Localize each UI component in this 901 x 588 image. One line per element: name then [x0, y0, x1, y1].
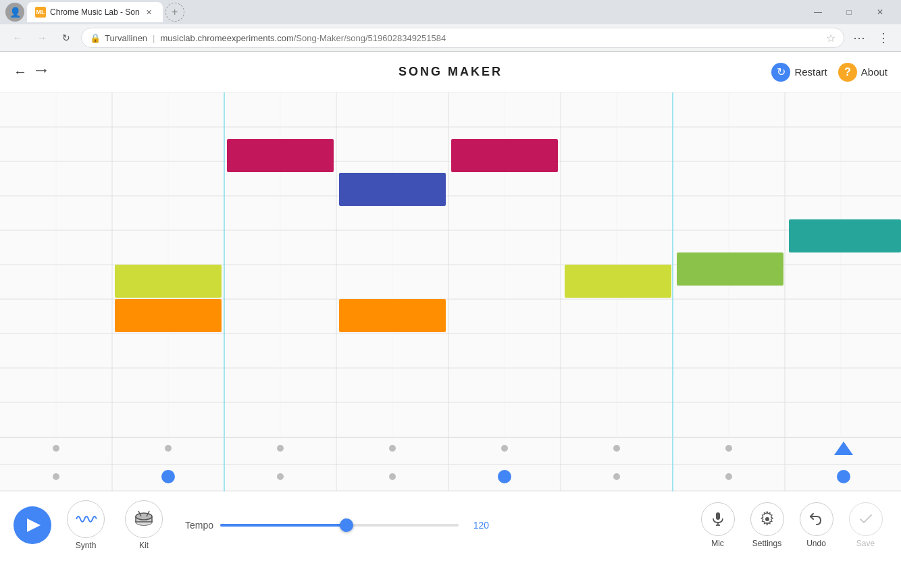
kit-icon-wrap — [125, 500, 163, 538]
save-icon — [858, 511, 874, 527]
save-label: Save — [856, 539, 875, 548]
svg-point-70 — [765, 517, 769, 521]
tempo-label: Tempo — [185, 520, 213, 531]
synth-wave-icon — [75, 508, 97, 530]
svg-point-46 — [165, 445, 172, 452]
back-nav-button[interactable]: ← — [8, 28, 27, 47]
move-button[interactable]: ⭢ — [35, 65, 47, 79]
synth-button[interactable]: Synth — [62, 500, 109, 550]
svg-point-64 — [136, 513, 152, 520]
synth-icon-wrap — [67, 500, 105, 538]
svg-rect-33 — [339, 299, 446, 332]
about-button[interactable]: ? About — [838, 63, 887, 82]
browser-chrome: 👤 ML Chrome Music Lab - Son ✕ + — □ ✕ ← … — [0, 0, 901, 52]
mic-label: Mic — [711, 539, 724, 548]
synth-label: Synth — [76, 541, 97, 550]
svg-point-59 — [725, 473, 732, 480]
svg-point-49 — [501, 445, 508, 452]
title-bar: 👤 ML Chrome Music Lab - Son ✕ + — □ ✕ — [0, 0, 901, 24]
about-label: About — [861, 66, 887, 78]
save-icon-wrap — [849, 502, 883, 536]
settings-icon — [759, 511, 775, 527]
svg-point-51 — [725, 445, 732, 452]
browser-tab[interactable]: ML Chrome Music Lab - Son ✕ — [27, 2, 163, 22]
tab-close-button[interactable]: ✕ — [144, 7, 155, 18]
mic-icon — [710, 511, 726, 527]
svg-rect-27 — [339, 173, 446, 206]
undo-icon — [808, 511, 825, 527]
refresh-nav-button[interactable]: ↻ — [57, 28, 76, 47]
percussion-area[interactable] — [0, 437, 901, 491]
url-text: musiclab.chromeexperiments.com/Song-Make… — [161, 33, 446, 43]
svg-rect-25 — [227, 139, 334, 172]
svg-rect-31 — [565, 265, 671, 298]
settings-icon-wrap — [750, 502, 784, 536]
svg-point-54 — [161, 470, 175, 483]
tempo-fill — [220, 524, 346, 527]
svg-rect-26 — [451, 139, 558, 172]
undo-icon-wrap — [800, 502, 833, 536]
new-tab-button[interactable]: + — [165, 3, 184, 22]
play-icon — [27, 518, 41, 532]
settings-button[interactable]: Settings — [745, 502, 789, 548]
header-left: ← ⭢ — [14, 64, 47, 80]
kit-icon — [133, 508, 155, 530]
song-grid-container[interactable] — [0, 92, 901, 437]
tempo-thumb[interactable] — [340, 518, 353, 532]
song-grid-svg — [0, 92, 901, 437]
tab-title: Chrome Music Lab - Son — [50, 7, 140, 17]
close-button[interactable]: ✕ — [865, 0, 896, 24]
svg-point-45 — [53, 445, 59, 452]
mic-button[interactable]: Mic — [696, 502, 740, 548]
svg-rect-67 — [716, 512, 720, 520]
settings-label: Settings — [752, 539, 781, 548]
bottom-toolbar: Synth Kit Tempo 120 — [0, 491, 901, 558]
forward-nav-button[interactable]: → — [32, 28, 51, 47]
minimize-button[interactable]: — — [802, 0, 833, 24]
url-bar[interactable]: 🔒 Turvallinen | musiclab.chromeexperimen… — [81, 28, 844, 48]
extensions-button[interactable]: ⋯ — [850, 28, 869, 47]
header-right: ↻ Restart ? About — [771, 63, 887, 82]
restart-label: Restart — [794, 66, 827, 78]
url-divider: | — [153, 33, 155, 43]
svg-point-53 — [53, 473, 59, 480]
app-header: ← ⭢ SONG MAKER ↻ Restart ? About — [0, 52, 901, 92]
restart-button[interactable]: ↻ Restart — [771, 63, 827, 82]
svg-point-55 — [277, 473, 284, 480]
svg-rect-30 — [115, 265, 222, 298]
undo-button[interactable]: Undo — [794, 502, 838, 548]
lock-icon: 🔒 — [90, 33, 101, 43]
svg-rect-28 — [789, 219, 901, 252]
play-button[interactable] — [14, 506, 51, 544]
url-path: /Song-Maker/song/5196028349251584 — [294, 33, 446, 43]
app-title: SONG MAKER — [398, 65, 503, 79]
svg-point-58 — [613, 473, 620, 480]
svg-point-60 — [837, 470, 850, 483]
percussion-svg — [0, 437, 901, 491]
svg-rect-32 — [115, 299, 222, 332]
tab-favicon: ML — [35, 7, 46, 18]
tempo-section: Tempo 120 — [185, 520, 489, 531]
svg-rect-29 — [677, 252, 783, 286]
svg-point-57 — [498, 470, 511, 483]
about-icon: ? — [838, 63, 857, 82]
tempo-value: 120 — [465, 520, 489, 531]
secure-label: Turvallinen — [105, 33, 147, 43]
tempo-slider[interactable] — [220, 523, 459, 527]
bookmark-icon[interactable]: ☆ — [826, 32, 835, 45]
mic-icon-wrap — [701, 502, 735, 536]
kit-label: Kit — [139, 541, 149, 550]
account-icon[interactable]: 👤 — [5, 3, 24, 22]
window-controls: — □ ✕ — [802, 0, 896, 24]
svg-point-50 — [613, 445, 620, 452]
svg-point-47 — [277, 445, 284, 452]
right-controls: Mic Settings Undo — [696, 502, 887, 548]
kit-button[interactable]: Kit — [120, 500, 168, 550]
url-domain: musiclab.chromeexperiments.com — [161, 33, 294, 43]
back-button[interactable]: ← — [14, 64, 27, 80]
save-button[interactable]: Save — [844, 502, 887, 548]
chrome-menu-button[interactable]: ⋮ — [874, 28, 893, 47]
maximize-button[interactable]: □ — [833, 0, 865, 24]
svg-point-48 — [389, 445, 396, 452]
svg-point-56 — [389, 473, 396, 480]
